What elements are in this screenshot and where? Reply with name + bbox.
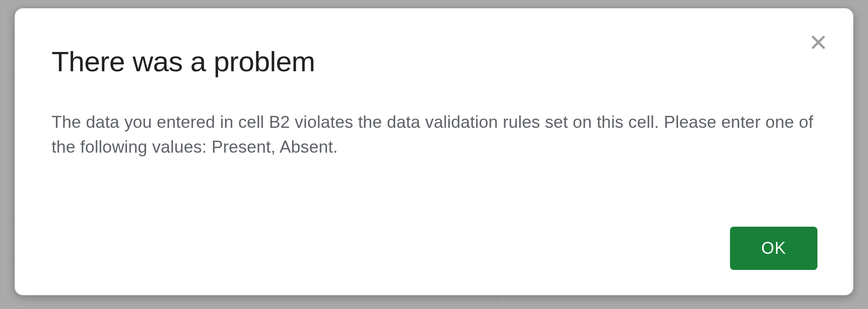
dialog-message: The data you entered in cell B2 violates…	[52, 110, 816, 159]
dialog-actions: OK	[730, 227, 817, 270]
dialog-title: There was a problem	[52, 45, 816, 78]
error-dialog: There was a problem The data you entered…	[15, 8, 853, 295]
close-button[interactable]	[807, 31, 829, 53]
close-icon	[809, 33, 828, 52]
ok-button[interactable]: OK	[730, 227, 817, 270]
